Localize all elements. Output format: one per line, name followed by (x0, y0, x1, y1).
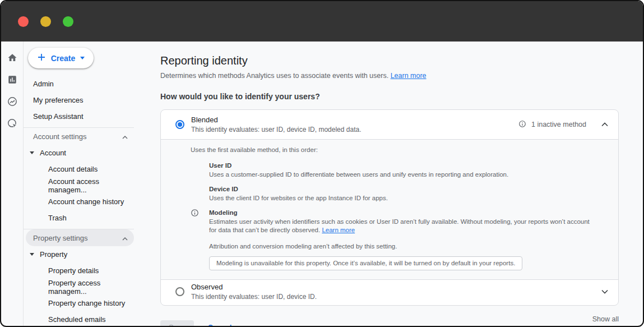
sidebar-item-account-access-management[interactable]: Account access managem... (24, 177, 138, 194)
sidebar-item-property-details[interactable]: Property details (24, 262, 138, 279)
home-nav-button[interactable] (7, 53, 17, 63)
method-modeling: Modeling Estimates user activity when id… (209, 209, 605, 234)
observed-row-right (591, 289, 608, 294)
sidebar-item-account-details[interactable]: Account details (24, 161, 138, 177)
tree-root-account[interactable]: Account (24, 145, 138, 161)
observed-option-row[interactable]: Observed This identity evaluates: user I… (161, 280, 618, 305)
reports-nav-button[interactable] (7, 75, 17, 85)
main-content: Reporting identity Determines which meth… (138, 42, 644, 326)
modeling-unavailable-box: Modeling is unavailable for this propert… (209, 256, 522, 270)
method-user-id: User ID Uses a customer-supplied ID to d… (209, 162, 605, 179)
blended-row-right: 1 inactive method (518, 120, 608, 130)
section-header-label: Account settings (33, 132, 86, 141)
inactive-method-status: 1 inactive method (531, 121, 586, 128)
sidebar-nav-list: Admin My preferences Setup Assistant Acc… (24, 76, 138, 327)
sidebar-item-admin[interactable]: Admin (24, 76, 138, 92)
tree-child-label: Account access managem... (48, 177, 138, 194)
sidebar-item-label: Admin (33, 80, 54, 88)
method-device-id: Device ID Uses the client ID for website… (209, 185, 605, 202)
sidebar-item-label: My preferences (33, 96, 84, 104)
chevron-up-icon (122, 132, 128, 141)
chevron-down-icon[interactable] (601, 289, 608, 294)
below-card-actions: Save Cancel Show all (160, 315, 619, 327)
action-buttons: Save Cancel (160, 320, 231, 327)
method-description: Uses the client ID for websites or the a… (209, 194, 596, 202)
reporting-identity-card: Blended This identity evaluates: user ID… (160, 109, 619, 306)
blended-details-panel: Uses the first available method, in this… (161, 139, 618, 280)
sidebar-item-my-preferences[interactable]: My preferences (24, 92, 138, 108)
tree-root-label: Account (40, 149, 66, 157)
info-icon (191, 209, 199, 219)
explore-nav-button[interactable] (7, 97, 17, 107)
close-window-button[interactable] (18, 16, 29, 27)
method-description: Uses a customer-supplied ID to different… (209, 171, 596, 179)
observed-radio[interactable] (175, 287, 184, 296)
method-name: User ID (209, 162, 605, 170)
modeling-note: Attribution and conversion modeling aren… (209, 242, 605, 251)
advertising-icon (7, 118, 17, 130)
sidebar-item-trash[interactable]: Trash (24, 210, 138, 226)
page-description: Determines which methods Analytics uses … (160, 72, 619, 80)
app-window: Create Admin My preferences Setup Assist… (0, 0, 644, 327)
home-icon (7, 53, 17, 65)
section-account-settings[interactable]: Account settings (26, 128, 134, 145)
method-name: Device ID (209, 185, 605, 194)
app-body: Create Admin My preferences Setup Assist… (1, 42, 643, 326)
tree-root-label: Property (40, 250, 67, 259)
method-description: Estimates user activity when identifiers… (209, 218, 596, 234)
arrow-drop-down-icon (30, 253, 34, 256)
sidebar-item-label: Setup Assistant (33, 112, 84, 121)
sidebar-item-property-change-history[interactable]: Property change history (24, 295, 138, 311)
explore-icon (7, 96, 17, 108)
blended-radio[interactable] (175, 120, 184, 129)
tree-child-label: Property change history (48, 299, 125, 307)
tree-child-label: Account change history (48, 197, 124, 206)
page-title: Reporting identity (160, 54, 619, 67)
method-name: Modeling (209, 209, 605, 217)
observed-option-subtitle: This identity evaluates: user ID, device… (191, 293, 317, 301)
sidebar-item-property-access-management[interactable]: Property access managem... (24, 279, 138, 295)
create-button-label: Create (51, 54, 76, 63)
plus-icon (37, 53, 46, 63)
nav-rail (1, 42, 24, 326)
blended-option-subtitle: This identity evaluates: user ID, device… (191, 126, 362, 133)
cancel-button[interactable]: Cancel (208, 323, 232, 327)
identify-users-question: How would you like to identify your user… (160, 92, 619, 101)
titlebar (1, 1, 643, 42)
section-header-label: Property settings (33, 234, 88, 242)
blended-option-row[interactable]: Blended This identity evaluates: user ID… (161, 110, 618, 139)
observed-option-label: Observed (191, 283, 317, 291)
advertising-nav-button[interactable] (7, 119, 17, 129)
details-intro: Uses the first available method, in this… (191, 146, 605, 154)
modeling-description-text: Estimates user activity when identifiers… (209, 218, 590, 233)
tree-child-label: Property details (48, 266, 99, 275)
chevron-up-icon (122, 234, 128, 242)
minimize-window-button[interactable] (40, 16, 51, 27)
arrow-drop-down-icon (30, 151, 34, 154)
tree-child-label: Scheduled emails (48, 315, 106, 324)
tree-root-property[interactable]: Property (24, 246, 138, 262)
sidebar-item-setup-assistant[interactable]: Setup Assistant (24, 108, 138, 125)
create-button[interactable]: Create (28, 48, 94, 68)
tree-child-label: Trash (48, 214, 67, 222)
blended-option-label: Blended (191, 116, 362, 124)
admin-sidebar: Create Admin My preferences Setup Assist… (24, 42, 138, 326)
info-icon[interactable] (518, 120, 526, 130)
learn-more-link[interactable]: Learn more (322, 227, 355, 233)
blended-option-text: Blended This identity evaluates: user ID… (191, 116, 362, 133)
section-property-settings[interactable]: Property settings (26, 229, 134, 246)
arrow-drop-down-icon (80, 57, 85, 59)
sidebar-item-scheduled-emails[interactable]: Scheduled emails (24, 311, 138, 327)
show-all-link[interactable]: Show all (592, 315, 619, 323)
observed-option-text: Observed This identity evaluates: user I… (191, 283, 317, 301)
page-description-text: Determines which methods Analytics uses … (160, 72, 388, 80)
sidebar-item-account-change-history[interactable]: Account change history (24, 194, 138, 210)
learn-more-link[interactable]: Learn more (391, 72, 427, 80)
zoom-window-button[interactable] (63, 16, 73, 27)
tree-child-label: Property access managem... (48, 279, 138, 296)
save-button[interactable]: Save (160, 320, 194, 327)
chevron-up-icon[interactable] (601, 122, 608, 127)
tree-child-label: Account details (48, 165, 98, 173)
reports-bar-chart-icon (7, 75, 17, 86)
